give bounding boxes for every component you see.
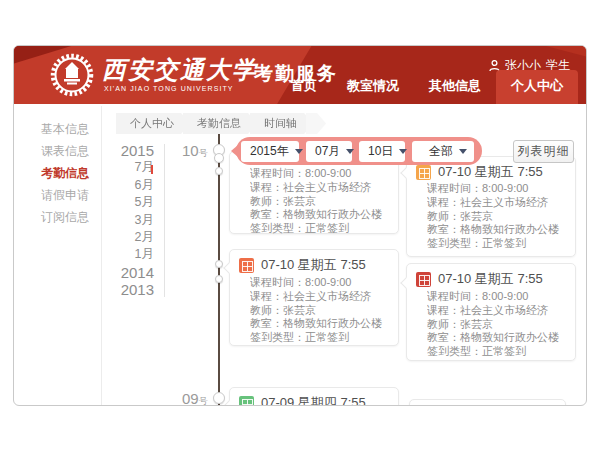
- status-stamp-icon: [239, 396, 254, 407]
- card-fields: 课程时间：8:00-9:00课程：社会主义市场经济教师：张芸京教室：格物致知行政…: [250, 276, 394, 345]
- card-date: 07-10 星期五 7:55: [438, 270, 543, 288]
- chevron-down-icon: [459, 149, 467, 158]
- timeline-entry-2013[interactable]: 2013: [109, 281, 154, 298]
- card-field-教室: 教室：格物致知行政办公楼: [250, 317, 394, 331]
- timeline-entry-2015[interactable]: 2015: [109, 142, 154, 159]
- card-field-课程时间: 课程时间：8:00-9:00: [250, 167, 394, 181]
- current-month-tick: [151, 165, 153, 174]
- card-field-课程时间: 课程时间：8:00-9:00: [427, 290, 571, 304]
- timeline-entry-7月[interactable]: 7月: [109, 159, 154, 176]
- card-field-教室: 教室：格物致知行政办公楼: [250, 208, 394, 222]
- university-name-cn: 西安交通大学: [102, 54, 258, 86]
- breadcrumb-tail: [306, 113, 326, 134]
- type-dropdown[interactable]: 全部: [412, 141, 474, 162]
- card-field-签到类型: 签到类型：正常签到: [427, 345, 571, 359]
- card-field-教师: 教师：张芸京: [250, 304, 394, 318]
- day-marker-09: 09号: [182, 390, 208, 406]
- card-arrow: [223, 262, 234, 273]
- timeline-node-5: [215, 275, 223, 283]
- card-field-课程时间: 课程时间：8:00-9:00: [250, 276, 394, 290]
- month-dropdown[interactable]: 07月: [306, 141, 352, 162]
- card-header: 07-10 星期五 7:55: [239, 256, 392, 274]
- timeline-node-6: [213, 392, 225, 404]
- sidebar-item-4[interactable]: 请假申请: [14, 187, 101, 209]
- card-field-教师: 教师：张芸京: [250, 195, 394, 209]
- year-dropdown[interactable]: 2015年: [241, 141, 299, 162]
- timeline-node-3: [215, 167, 223, 175]
- card-field-教室: 教室：格物致知行政办公楼: [427, 331, 571, 345]
- card-field-教师: 教师：张芸京: [427, 318, 571, 332]
- timeline-entry-1月[interactable]: 1月: [109, 246, 154, 263]
- card-field-签到类型: 签到类型：正常签到: [427, 237, 571, 251]
- timeline-entry-2014[interactable]: 2014: [109, 264, 154, 281]
- card-field-教师: 教师：张芸京: [427, 210, 571, 224]
- nav-item-4[interactable]: 个人中心: [496, 70, 578, 104]
- timeline-entry-3月[interactable]: 3月: [109, 212, 154, 229]
- day-dropdown[interactable]: 10日: [359, 141, 405, 162]
- timeline-entry-5月[interactable]: 5月: [109, 194, 154, 211]
- attendance-card-R1[interactable]: 07-10 星期五 7:55课程时间：8:00-9:00课程：社会主义市场经济教…: [406, 156, 576, 257]
- timeline-entry-2月[interactable]: 2月: [109, 229, 154, 246]
- timeline-node-4: [215, 260, 223, 268]
- card-arrow: [400, 277, 411, 288]
- breadcrumb: 个人中心考勤信息时间轴: [116, 113, 319, 134]
- card-date: 07-10 星期五 7:55: [261, 256, 366, 274]
- chevron-down-icon: [399, 149, 407, 158]
- card-date: 07-09 星期四 7:55: [261, 394, 366, 406]
- attendance-card-L2[interactable]: 07-10 星期五 7:55课程时间：8:00-9:00课程：社会主义市场经济教…: [229, 249, 399, 346]
- card-header: 07-10 星期五 7:55: [416, 163, 569, 181]
- sidebar-item-5[interactable]: 订阅信息: [14, 209, 101, 231]
- app-window: 西安交通大学 XI'AN JIAO TONG UNIVERSITY 考勤服务 张…: [13, 45, 587, 406]
- year-list-divider: [164, 144, 165, 297]
- timeline-node-2: [214, 153, 224, 163]
- card-arrow: [400, 167, 411, 178]
- nav-item-1[interactable]: 首页: [276, 77, 332, 104]
- sidebar-divider: [101, 106, 102, 406]
- attendance-card-R3[interactable]: [409, 399, 566, 406]
- card-arrow: [223, 400, 234, 406]
- status-stamp-icon: [416, 272, 431, 287]
- card-field-课程: 课程：社会主义市场经济: [427, 196, 571, 210]
- breadcrumb-item-3[interactable]: 时间轴: [250, 113, 313, 134]
- breadcrumb-item-2[interactable]: 考勤信息: [183, 113, 257, 134]
- breadcrumb-item-1[interactable]: 个人中心: [116, 113, 190, 134]
- status-stamp-icon: [416, 165, 431, 180]
- attendance-card-R2[interactable]: 07-10 星期五 7:55课程时间：8:00-9:00课程：社会主义市场经济教…: [406, 263, 576, 361]
- card-field-课程: 课程：社会主义市场经济: [250, 181, 394, 195]
- university-seal-logo: [50, 53, 94, 97]
- sidebar-item-1[interactable]: 基本信息: [14, 121, 101, 143]
- sidebar-item-3[interactable]: 考勤信息: [14, 165, 101, 187]
- card-fields: 课程时间：8:00-9:00课程：社会主义市场经济教师：张芸京教室：格物致知行政…: [250, 167, 394, 236]
- chevron-down-icon: [346, 149, 354, 158]
- timeline-entry-6月[interactable]: 6月: [109, 177, 154, 194]
- card-header: 07-09 星期四 7:55: [239, 394, 392, 406]
- card-field-课程: 课程：社会主义市场经济: [250, 290, 394, 304]
- card-fields: 课程时间：8:00-9:00课程：社会主义市场经济教师：张芸京教室：格物致知行政…: [427, 182, 571, 251]
- card-field-签到类型: 签到类型：正常签到: [250, 222, 394, 236]
- card-field-签到类型: 签到类型：正常签到: [250, 331, 394, 345]
- status-stamp-icon: [239, 258, 254, 273]
- list-detail-button[interactable]: 列表明细: [513, 140, 574, 163]
- filter-bar: 2015年 07月 10日 全部: [236, 137, 482, 165]
- card-field-课程: 课程：社会主义市场经济: [427, 304, 571, 318]
- sidebar-item-2[interactable]: 课表信息: [14, 143, 101, 165]
- card-header: 07-10 星期五 7:55: [416, 270, 569, 288]
- university-name-en: XI'AN JIAO TONG UNIVERSITY: [104, 85, 234, 92]
- card-fields: 课程时间：8:00-9:00课程：社会主义市场经济教师：张芸京教室：格物致知行政…: [427, 290, 571, 359]
- timeline-year-list: 20157月6月5月3月2月1月20142013: [109, 142, 154, 299]
- chevron-down-icon: [295, 149, 303, 158]
- app-header: 西安交通大学 XI'AN JIAO TONG UNIVERSITY 考勤服务 张…: [14, 46, 586, 104]
- nav-item-3[interactable]: 其他信息: [414, 77, 496, 104]
- sidebar: 基本信息课表信息考勤信息请假申请订阅信息: [14, 121, 101, 231]
- attendance-card-L3[interactable]: 07-09 星期四 7:55: [229, 387, 399, 406]
- card-date: 07-10 星期五 7:55: [438, 163, 543, 181]
- main-nav: 首页教室情况其他信息个人中心: [276, 70, 578, 104]
- card-field-课程时间: 课程时间：8:00-9:00: [427, 182, 571, 196]
- day-marker-10: 10号: [182, 142, 208, 160]
- card-field-教室: 教室：格物致知行政办公楼: [427, 223, 571, 237]
- nav-item-2[interactable]: 教室情况: [332, 77, 414, 104]
